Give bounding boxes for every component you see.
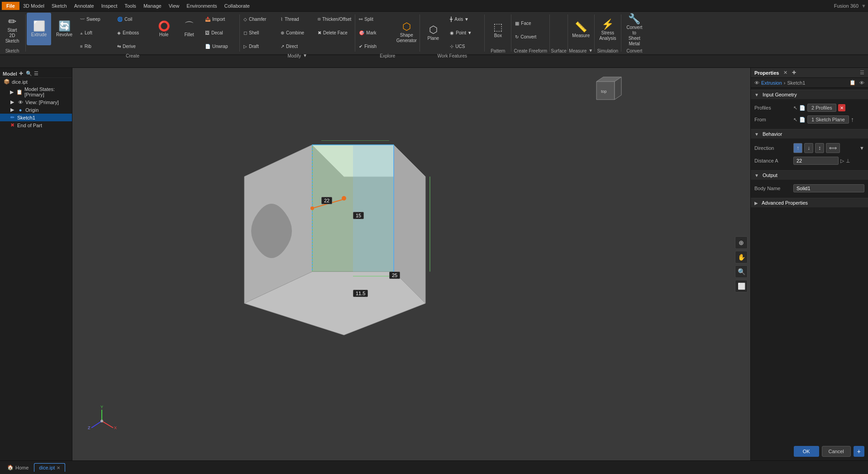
behavior-header[interactable]: ▼ Behavior [751, 129, 868, 139]
menu-view[interactable]: View [165, 2, 183, 10]
tree-item-end-of-part[interactable]: ✖ End of Part [0, 121, 72, 129]
rib-button[interactable]: ≡ Rib [77, 40, 114, 53]
tree-item-origin[interactable]: ▶ ● Origin [0, 106, 72, 114]
model-tree: Model ✚ 🔍 ☰ 📦 dice.ipt ▶ 📋 Model States:… [0, 68, 72, 460]
draft-button[interactable]: ▷ Draft [241, 40, 277, 53]
menu-3d-model[interactable]: 3D Model [19, 2, 48, 10]
extrude-button[interactable]: ⬜ Extrude [27, 13, 51, 45]
revolve-button[interactable]: 🔄 Revolve [52, 13, 76, 45]
delete-face-button[interactable]: ✖ Delete Face [315, 26, 354, 39]
panel-eye-icon[interactable]: 👁 [754, 80, 759, 86]
pan-tool[interactable]: ✋ [735, 251, 748, 263]
home-button[interactable]: 🏠 Home [4, 463, 32, 472]
tree-search-icon[interactable]: 🔍 [26, 71, 32, 77]
body-name-input[interactable] [793, 184, 864, 192]
viewcube[interactable]: top [587, 72, 624, 109]
simulation-section-label: Simulation [597, 48, 618, 53]
shape-gen-icon: ⬡ [402, 22, 411, 32]
axis-button[interactable]: ╋ Axis ▼ [447, 13, 483, 25]
split-button[interactable]: ⚯ Split [356, 13, 392, 25]
convert-freeform-button[interactable]: ↻ Convert [512, 31, 548, 43]
modify-dropdown-icon[interactable]: ▼ [303, 53, 307, 58]
profiles-select-icon[interactable]: ↖ [793, 105, 797, 111]
tree-add-icon[interactable]: ✚ [19, 71, 23, 77]
tree-item-view[interactable]: ▶ 👁 View: [Primary] [0, 98, 72, 106]
finish-button[interactable]: ✔ Finish [356, 40, 392, 53]
direction-btn-1[interactable]: ↑ [793, 143, 802, 153]
import-button[interactable]: 📥 Import [202, 13, 238, 25]
zoom-tool[interactable]: 🔍 [735, 265, 748, 278]
menu-inspect[interactable]: Inspect [98, 2, 121, 10]
sweep-button[interactable]: 〰 Sweep [77, 13, 114, 25]
measure-icon: 📏 [575, 22, 587, 32]
mark-button[interactable]: 🎯 Mark [356, 26, 392, 39]
panel-view-icon[interactable]: 📋 [849, 80, 856, 86]
stress-analysis-button[interactable]: ⚡ StressAnalysis [596, 14, 620, 47]
tree-item-model-states[interactable]: ▶ 📋 Model States: [Primary] [0, 86, 72, 98]
cancel-button[interactable]: Cancel [822, 446, 851, 457]
from-select-icon[interactable]: ↖ [793, 117, 797, 123]
profiles-clear-btn[interactable]: ✕ [838, 104, 845, 111]
file-menu[interactable]: File [2, 2, 19, 10]
menu-collaborate[interactable]: Collaborate [221, 2, 253, 10]
panel-menu-icon[interactable]: ☰ [860, 70, 864, 76]
combine-button[interactable]: ⊕ Combine [278, 26, 314, 39]
from-arrow-icon[interactable]: ↑ [851, 116, 854, 123]
distance-a-arrow-icon[interactable]: ▷ [840, 158, 844, 164]
unwrap-button[interactable]: 📄 Unwrap [202, 40, 238, 53]
viewport[interactable]: top [72, 68, 750, 460]
menu-tools[interactable]: Tools [121, 2, 140, 10]
tab-dice-ipt[interactable]: dice.ipt ✕ [34, 463, 65, 472]
direction-btn-4[interactable]: ⟺ [826, 143, 840, 153]
direction-more-icon[interactable]: ▼ [859, 145, 864, 151]
plane-button[interactable]: ⬡ Plane [421, 16, 445, 49]
distance-a-input[interactable] [793, 157, 839, 165]
hole-button[interactable]: ⭕ Hole [152, 13, 176, 45]
loft-button[interactable]: ⟁ Loft [77, 26, 114, 39]
panel-add-icon[interactable]: ✚ [792, 70, 796, 76]
tree-item-dice[interactable]: 📦 dice.ipt [0, 78, 72, 86]
orbit-tool[interactable]: ⊕ [735, 236, 748, 249]
measure-button[interactable]: 📏 Measure [569, 14, 593, 47]
box-button[interactable]: ⬚ Box [486, 14, 510, 47]
distance-a-perp-icon[interactable]: ⊥ [846, 158, 850, 164]
start-2d-sketch-button[interactable]: ✏ Start2D Sketch [0, 14, 24, 47]
tree-menu-icon[interactable]: ☰ [34, 71, 38, 77]
tab-close-icon[interactable]: ✕ [57, 465, 60, 470]
coil-button[interactable]: 🌀 Coil [114, 13, 151, 25]
direction-btn-3[interactable]: ↕ [815, 143, 824, 153]
tree-item-sketch1[interactable]: ✏ Sketch1 [0, 114, 72, 121]
input-geometry-header[interactable]: ▼ Input Geometry [751, 90, 868, 99]
chamfer-button[interactable]: ◇ Chamfer [241, 13, 277, 25]
origin-expand-icon: ▶ [9, 107, 15, 113]
ok-button[interactable]: OK [794, 446, 819, 457]
point-button[interactable]: ◉ Point ▼ [447, 26, 483, 39]
menu-manage[interactable]: Manage [140, 2, 165, 10]
convert-sheet-metal-button[interactable]: 🔧 Convert toSheet Metal [622, 14, 647, 47]
shell-button[interactable]: ◻ Shell [241, 26, 277, 39]
direct-button[interactable]: ↗ Direct [278, 40, 314, 53]
menu-sketch[interactable]: Sketch [48, 2, 71, 10]
face-button[interactable]: ▦ Face [512, 17, 548, 30]
thicken-offset-button[interactable]: ⧈ Thicken/Offset [315, 13, 354, 25]
menu-annotate[interactable]: Annotate [71, 2, 98, 10]
fillet-button[interactable]: ⌒ Fillet [177, 13, 201, 45]
panel-close-tab[interactable]: ✕ [783, 70, 787, 76]
menu-environments[interactable]: Environments [183, 2, 220, 10]
breadcrumb-extrusion[interactable]: Extrusion [761, 80, 782, 86]
emboss-button[interactable]: ◈ Emboss [114, 26, 151, 39]
ribbon-section-modify: ◇ Chamfer ◻ Shell ▷ Draft ⌇ Thread ⊕ Com… [241, 13, 354, 53]
add-button[interactable]: + [854, 446, 864, 457]
decal-button[interactable]: 🖼 Decal [202, 26, 238, 39]
thread-button[interactable]: ⌇ Thread [278, 13, 314, 25]
output-header[interactable]: ▼ Output [751, 170, 868, 180]
shape-generator-button[interactable]: ⬡ ShapeGenerator [394, 16, 419, 49]
model-tab-label[interactable]: Model [3, 71, 17, 77]
derive-button[interactable]: ⇆ Derive [114, 40, 151, 53]
fit-tool[interactable]: ⬜ [735, 280, 748, 292]
ucs-button[interactable]: ⊹ UCS [447, 40, 483, 53]
advanced-props-header[interactable]: ▶ Advanced Properties [751, 198, 868, 207]
panel-visibility-icon[interactable]: 👁 [859, 80, 864, 86]
svg-text:Y: Y [100, 405, 103, 409]
direction-btn-2[interactable]: ↓ [804, 143, 813, 153]
